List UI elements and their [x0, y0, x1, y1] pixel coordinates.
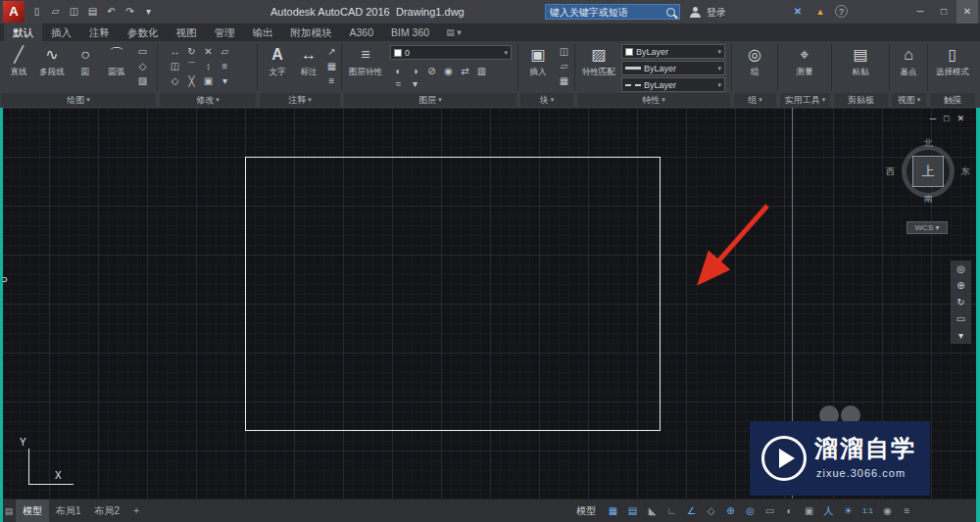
ribbon-collapse-icon[interactable]: ▤ ▾	[446, 24, 462, 41]
table-icon[interactable]: ▦	[323, 59, 340, 73]
selection-cycling-icon[interactable]: ▣	[801, 503, 817, 519]
annotation-scale-icon[interactable]: 1:1	[859, 503, 876, 519]
app-store-icon[interactable]: ▲	[812, 5, 828, 19]
modify-more-icon[interactable]: ▾	[217, 73, 233, 88]
copy-icon[interactable]: ▱	[217, 44, 233, 59]
model-space-toggle[interactable]: 模型	[576, 504, 596, 518]
layer-lock-icon[interactable]: ◉	[440, 64, 457, 78]
line-button[interactable]: ╱ 直线	[4, 43, 33, 76]
ribbon-tab-addins[interactable]: 附加模块	[282, 24, 341, 41]
layer-walk-icon[interactable]: ≈	[390, 76, 407, 91]
app-menu-logo[interactable]: A	[3, 1, 24, 23]
search-icon[interactable]	[666, 8, 675, 17]
pan-icon[interactable]: ⊕	[951, 277, 971, 294]
snap-toggle-icon[interactable]: ▤	[624, 503, 641, 519]
layout-tab-layout2[interactable]: 布局2	[88, 499, 127, 522]
navbar-more-icon[interactable]: ▾	[951, 327, 971, 344]
viewcube-west-label[interactable]: 西	[886, 166, 895, 178]
ribbon-tab-insert[interactable]: 插入	[42, 24, 80, 41]
ribbon-tab-parametric[interactable]: 参数化	[119, 24, 168, 41]
ribbon-tab-manage[interactable]: 管理	[206, 24, 244, 41]
drawing-area[interactable]: ─ □ ✕ 北 上 西 东 南 WCS ▾ ◎ ⊕ ↻ ▭ ▾ Y X	[0, 108, 980, 498]
steering-wheel-icon[interactable]: ◎	[951, 261, 971, 277]
ribbon-tab-a360[interactable]: A360	[341, 24, 383, 41]
block-attributes-icon[interactable]: ▦	[556, 73, 572, 88]
paste-button[interactable]: ▤ 粘贴	[843, 43, 878, 76]
doc-minimize-button[interactable]: ─	[930, 114, 936, 123]
group-button[interactable]: ◎ 组	[739, 43, 770, 76]
ribbon-tab-output[interactable]: 输出	[244, 24, 282, 41]
save-icon[interactable]: ◫	[67, 4, 81, 20]
trim-icon[interactable]: ✕	[200, 44, 217, 59]
layout-tab-layout1[interactable]: 布局1	[49, 499, 88, 522]
scale-icon[interactable]: ≡	[217, 59, 233, 73]
window-maximize-button[interactable]: □	[933, 0, 955, 24]
linetype-dropdown[interactable]: ByLayer ▾	[621, 77, 725, 92]
panel-label-utilities[interactable]: 实用工具▾	[780, 93, 830, 107]
measure-button[interactable]: ⌖ 测量	[787, 43, 822, 76]
plot-icon[interactable]: ▤	[85, 4, 100, 20]
layer-match-icon[interactable]: ⇄	[457, 64, 473, 78]
layout-list-icon[interactable]: ▤	[2, 506, 16, 516]
match-properties-button[interactable]: ▨ 特性匹配	[580, 43, 617, 76]
infer-constraints-icon[interactable]: ◣	[644, 503, 661, 519]
wcs-dropdown[interactable]: WCS ▾	[906, 221, 948, 234]
ribbon-tab-home[interactable]: 默认	[4, 24, 42, 41]
fillet-icon[interactable]: ⌒	[183, 59, 200, 73]
panel-label-annotation[interactable]: 注释▾	[260, 93, 340, 107]
polyline-button[interactable]: ∿ 多段线	[36, 43, 68, 76]
text-button[interactable]: A 文字	[263, 43, 292, 76]
transparency-toggle-icon[interactable]: ◐	[781, 503, 798, 519]
qat-dropdown-icon[interactable]: ▾	[141, 4, 156, 20]
dimension-button[interactable]: ↔ 标注	[294, 43, 323, 76]
erase-icon[interactable]: ╳	[183, 73, 200, 88]
viewcube-top-face[interactable]: 上	[912, 156, 944, 187]
doc-restore-button[interactable]: □	[944, 114, 949, 123]
circle-button[interactable]: ○ 圆	[71, 43, 100, 76]
hatch-icon[interactable]: ▨	[134, 73, 151, 88]
open-file-icon[interactable]: ▱	[48, 4, 63, 20]
panel-label-modify[interactable]: 修改▾	[160, 93, 256, 107]
panel-label-touch[interactable]: 触摸	[930, 93, 975, 107]
customize-statusbar-icon[interactable]: ≡	[899, 503, 915, 519]
array-icon[interactable]: ◇	[167, 73, 183, 88]
viewcube-south-label[interactable]: 南	[894, 193, 962, 206]
selection-mode-button[interactable]: ▯ 选择模式	[935, 43, 970, 76]
move-icon[interactable]: ↔	[167, 44, 183, 59]
osnap-tracking-icon[interactable]: ⊕	[722, 503, 739, 519]
doc-close-button[interactable]: ✕	[956, 114, 964, 123]
insert-block-button[interactable]: ▣ 插入	[523, 43, 553, 76]
polar-tracking-icon[interactable]: ∠	[683, 503, 700, 519]
lineweight-toggle-icon[interactable]: ▭	[761, 503, 778, 519]
panel-label-properties[interactable]: 特性▾	[577, 93, 730, 107]
ortho-toggle-icon[interactable]: ∟	[663, 503, 680, 519]
panel-label-block[interactable]: 块▾	[520, 93, 573, 107]
search-input[interactable]	[550, 7, 666, 18]
sign-in-button[interactable]: 登录	[707, 6, 726, 20]
orbit-icon[interactable]: ↻	[951, 294, 971, 310]
rotate-icon[interactable]: ↻	[183, 44, 200, 59]
window-minimize-button[interactable]: ─	[909, 0, 931, 24]
explode-icon[interactable]: ▣	[200, 73, 217, 88]
edit-block-icon[interactable]: ▱	[556, 59, 572, 73]
window-close-button[interactable]: ✕	[956, 0, 978, 24]
rectangle-icon[interactable]: ▭	[134, 44, 151, 59]
object-snap-icon[interactable]: ◎	[742, 503, 759, 519]
panel-label-view[interactable]: 视图▾	[892, 93, 926, 107]
zoom-extents-icon[interactable]: ▭	[951, 310, 971, 327]
panel-label-draw[interactable]: 绘图▾	[1, 93, 156, 107]
redo-icon[interactable]: ↷	[122, 4, 137, 20]
isolate-objects-icon[interactable]: ◉	[879, 503, 896, 519]
panel-label-groups[interactable]: 组▾	[734, 93, 776, 107]
layout-tab-model[interactable]: 模型	[16, 499, 49, 522]
annotation-autoscale-icon[interactable]: ☀	[840, 503, 857, 519]
create-block-icon[interactable]: ◫	[556, 44, 572, 59]
layer-state-icon[interactable]: ▥	[473, 64, 490, 78]
layer-freeze-icon[interactable]: ⊘	[423, 64, 440, 78]
panel-label-clipboard[interactable]: 剪贴板	[834, 93, 888, 107]
lineweight-dropdown[interactable]: ByLayer ▾	[621, 61, 725, 75]
help-icon[interactable]: ?	[835, 5, 848, 18]
mirror-icon[interactable]: ◫	[167, 59, 183, 73]
ellipse-icon[interactable]: ◇	[134, 59, 151, 73]
ribbon-tab-bim360[interactable]: BIM 360	[382, 24, 438, 41]
